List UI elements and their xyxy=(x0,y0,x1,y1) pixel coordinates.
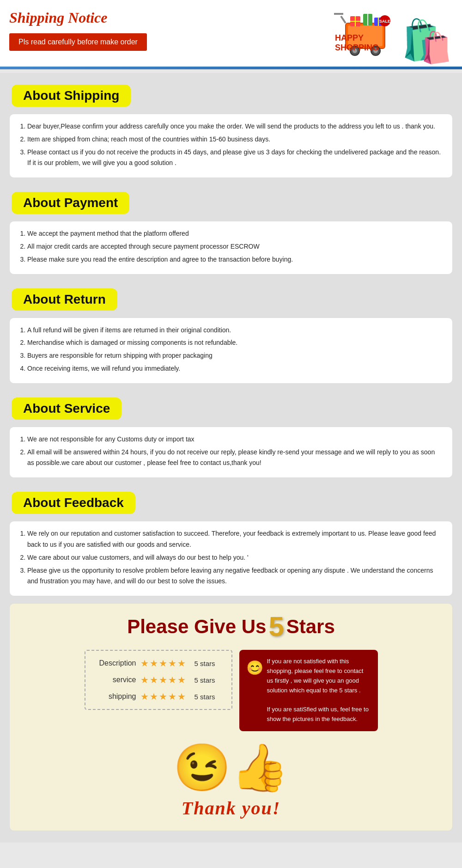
stars-text-shipping: 5 stars xyxy=(195,693,222,701)
service-section: About Service We are not responsible for… xyxy=(5,391,457,478)
header-left: Shipping Notice Pls read carefully befor… xyxy=(9,5,147,51)
list-item: Please give us the opportunity to resolv… xyxy=(27,565,443,587)
feedback-header: About Feedback xyxy=(12,492,135,514)
list-item: All email will be answered within 24 hou… xyxy=(27,447,443,469)
service-list: We are not responsible for any Customs d… xyxy=(19,434,443,469)
blue-divider xyxy=(0,67,462,69)
rating-label-service: service xyxy=(95,676,136,684)
stars-description: ★★★★★ xyxy=(140,658,187,669)
shipping-content: Dear buyer,Please confirm your address c… xyxy=(9,114,453,178)
list-item: We are not responsible for any Customs d… xyxy=(27,434,443,445)
list-item: Please make sure you read the entire des… xyxy=(27,254,443,265)
svg-text:SALE: SALE xyxy=(379,19,390,24)
service-header: About Service xyxy=(12,397,122,420)
page-title: Shipping Notice xyxy=(9,9,147,26)
feedback-content: We rely on our reputation and customer s… xyxy=(9,521,453,596)
shipping-title: About Shipping xyxy=(23,88,119,103)
thumbs-up-container: 😉👍 xyxy=(17,740,445,795)
return-list: A full refund will be given if items are… xyxy=(19,325,443,374)
payment-header: About Payment xyxy=(12,192,129,214)
shipping-section: About Shipping Dear buyer,Please confirm… xyxy=(5,78,457,178)
give-us-title: Please Give Us 5 Stars xyxy=(17,613,445,641)
service-content: We are not responsible for any Customs d… xyxy=(9,427,453,478)
stars-text-description: 5 stars xyxy=(195,660,222,667)
payment-content: We accept the payment method that the pl… xyxy=(9,221,453,274)
list-item: We care about our value customers, and w… xyxy=(27,552,443,563)
satisfaction-info-box: 😊 If you are not satisfied with this sho… xyxy=(239,650,378,731)
header: Shipping Notice Pls read carefully befor… xyxy=(0,0,462,67)
stars-text-service: 5 stars xyxy=(195,676,222,684)
list-item: Merchandise which is damaged or missing … xyxy=(27,337,443,348)
feedback-list: We rely on our reputation and customer s… xyxy=(19,528,443,587)
happy-shopping-text: HAPPY SHOPPING xyxy=(335,33,379,53)
rating-label-description: Description xyxy=(95,659,136,667)
info-text-2: If you are satiSfied with us, feel free … xyxy=(267,705,371,724)
list-item: A full refund will be given if items are… xyxy=(27,325,443,336)
five-stars-section: Please Give Us 5 Stars Description ★★★★★… xyxy=(9,603,453,831)
shipping-header: About Shipping xyxy=(12,85,131,107)
title-part1: Please Give Us xyxy=(127,616,266,638)
payment-section: About Payment We accept the payment meth… xyxy=(5,185,457,274)
person-area: HAPPY SHOPPING 🛍️ xyxy=(401,18,453,62)
list-item: Item are shipped from china; reach most … xyxy=(27,134,443,145)
stars-shipping: ★★★★★ xyxy=(140,691,187,702)
return-title: About Return xyxy=(23,292,106,307)
list-item: Buyers are responsible for return shippi… xyxy=(27,350,443,361)
return-section: About Return A full refund will be given… xyxy=(5,281,457,384)
rating-row-service: service ★★★★★ 5 stars xyxy=(95,674,222,685)
payment-list: We accept the payment method that the pl… xyxy=(19,228,443,265)
five-number: 5 xyxy=(268,613,284,641)
feedback-section: About Feedback We rely on our reputation… xyxy=(5,485,457,596)
thank-you-text: Thank you! xyxy=(17,797,445,819)
list-item: We rely on our reputation and customer s… xyxy=(27,528,443,550)
shopping-person-icon: 🛍️ xyxy=(401,20,453,62)
list-item: We accept the payment method that the pl… xyxy=(27,228,443,239)
rating-row-description: Description ★★★★★ 5 stars xyxy=(95,658,222,669)
list-item: Please contact us if you do not receive … xyxy=(27,147,443,169)
thumbs-up-icon: 😉👍 xyxy=(17,740,445,795)
header-illustration: SALE HAPPY SHOPPING 🛍️ xyxy=(332,5,453,67)
smiley-icon: 😊 xyxy=(246,657,263,679)
rating-label-shipping: shipping xyxy=(95,692,136,701)
info-text-1: If you are not satisfied with this shopp… xyxy=(267,657,371,695)
page-body: About Shipping Dear buyer,Please confirm… xyxy=(0,73,462,843)
list-item: All major credit cards are accepted thro… xyxy=(27,241,443,252)
rating-row-shipping: shipping ★★★★★ 5 stars xyxy=(95,691,222,702)
rating-table: Description ★★★★★ 5 stars service ★★★★★ … xyxy=(85,650,232,710)
return-content: A full refund will be given if items are… xyxy=(9,318,453,384)
payment-title: About Payment xyxy=(23,196,118,210)
shipping-list: Dear buyer,Please confirm your address c… xyxy=(19,121,443,169)
stars-service: ★★★★★ xyxy=(140,674,187,685)
list-item: Dear buyer,Please confirm your address c… xyxy=(27,121,443,132)
list-item: Once receiving items, we will refund you… xyxy=(27,363,443,374)
title-part2: Stars xyxy=(286,616,335,638)
return-header: About Return xyxy=(12,288,117,311)
service-title: About Service xyxy=(23,401,110,416)
feedback-title: About Feedback xyxy=(23,495,124,510)
read-carefully-banner: Pls read carefully before make order xyxy=(9,33,147,51)
stars-content-area: Description ★★★★★ 5 stars service ★★★★★ … xyxy=(17,650,445,731)
